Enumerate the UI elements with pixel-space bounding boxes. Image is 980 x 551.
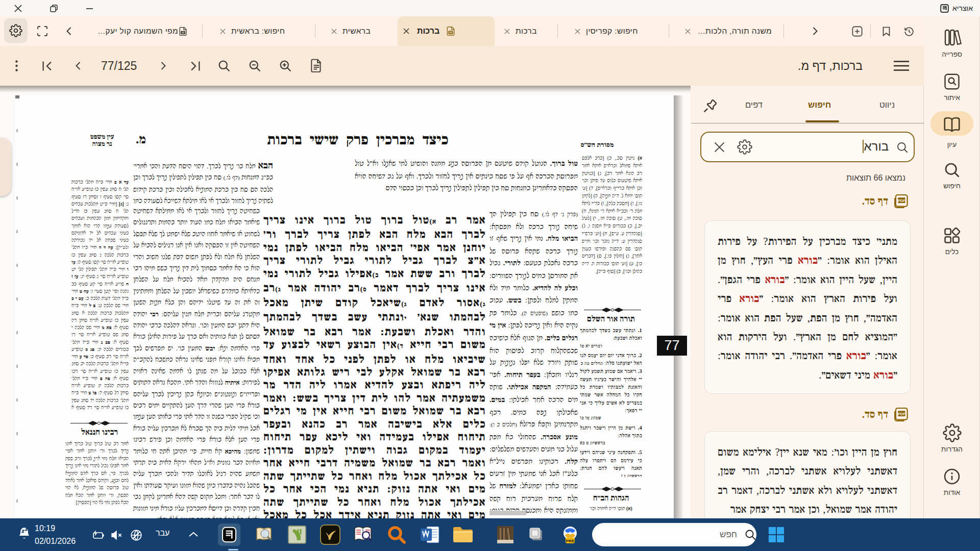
- svg-text:PRE: PRE: [566, 539, 575, 543]
- svg-text:PDF: PDF: [898, 198, 905, 203]
- svg-text:PDF: PDF: [898, 412, 905, 416]
